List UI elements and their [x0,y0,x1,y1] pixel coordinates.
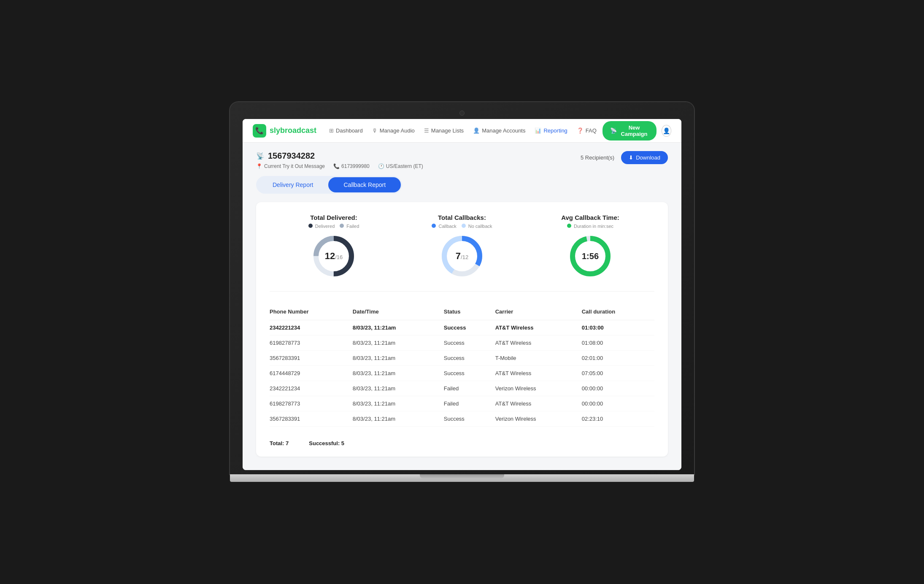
cell-datetime: 8/03/23, 11:21am [353,411,444,427]
cell-datetime: 8/03/23, 11:21am [353,320,444,335]
main-content: 📡 1567934282 📍 Current Try it Out Messag… [243,143,681,470]
col-duration: Call duration [582,305,654,320]
cell-status: Success [444,335,495,351]
duration-dot [567,224,571,228]
download-button[interactable]: ⬇ Download [621,151,668,164]
col-datetime: Date/Time [353,305,444,320]
header-right: 5 Recipient(s) ⬇ Download [581,151,668,164]
download-icon: ⬇ [629,154,633,161]
delivered-legend: Delivered Failed [270,224,398,229]
logo-text: slybroadcast [270,126,316,135]
cell-status: Failed [444,396,495,411]
cell-duration: 07:05:00 [582,366,654,381]
chart-callbacks: Total Callbacks: Callback No callback [398,214,526,279]
failed-dot [340,224,344,228]
cell-phone: 2342221234 [270,381,353,396]
avg-legend: Duration in min:sec [526,224,654,229]
table-head: Phone Number Date/Time Status Carrier Ca… [270,305,654,320]
navigation: 📞 slybroadcast ⊞ Dashboard 🎙 Manage Audi… [243,119,681,143]
nav-item-manage-audio[interactable]: 🎙 Manage Audio [368,125,419,136]
new-campaign-button[interactable]: 📡 New Campaign [602,121,657,141]
new-campaign-label: New Campaign [619,124,649,137]
cell-datetime: 8/03/23, 11:21am [353,381,444,396]
cell-status: Failed [444,381,495,396]
laptop-base [230,474,694,482]
cell-carrier: T-Mobile [495,351,582,366]
download-label: Download [636,154,660,161]
nav-item-label: Reporting [543,127,567,134]
avg-time-donut: 1:56 [567,233,613,279]
screen-bezel: 📞 slybroadcast ⊞ Dashboard 🎙 Manage Audi… [230,102,694,474]
cell-datetime: 8/03/23, 11:21am [353,396,444,411]
cell-carrier: AT&T Wireless [495,335,582,351]
cell-carrier: AT&T Wireless [495,366,582,381]
page-header: 📡 1567934282 📍 Current Try it Out Messag… [256,151,668,169]
dashboard-icon: ⊞ [329,127,334,134]
nav-item-dashboard[interactable]: ⊞ Dashboard [325,125,367,136]
campaign-meta: 📍 Current Try it Out Message 📞 617399998… [256,163,423,169]
table-footer: Total: 7 Successful: 5 [270,435,654,446]
table-row: 3567283391 8/03/23, 11:21am Success T-Mo… [270,351,654,366]
pin-icon: 📍 [256,163,262,169]
cell-carrier: Verizon Wireless [495,411,582,427]
cell-duration: 00:00:00 [582,396,654,411]
nav-item-label: Dashboard [336,127,363,134]
cell-duration: 02:23:10 [582,411,654,427]
avg-time-value: 1:56 [582,251,599,261]
legend-duration: Duration in min:sec [567,224,613,229]
callbacks-title: Total Callbacks: [398,214,526,221]
cell-carrier: Verizon Wireless [495,381,582,396]
phone-meta: 📞 6173999980 [333,163,370,169]
table-row: 3567283391 8/03/23, 11:21am Success Veri… [270,411,654,427]
reporting-icon: 📊 [535,127,541,134]
cell-phone: 6198278773 [270,335,353,351]
audio-icon: 🎙 [372,127,378,134]
delivered-dot [308,224,313,228]
nav-item-label: Manage Audio [380,127,415,134]
clock-icon: 🕐 [378,163,384,169]
cell-status: Success [444,351,495,366]
footer-successful: Successful: 5 [309,440,344,446]
footer-total: Total: 7 [270,440,289,446]
nav-items: ⊞ Dashboard 🎙 Manage Audio ☰ Manage List… [325,125,601,136]
cell-duration: 01:03:00 [582,320,654,335]
legend-failed: Failed [340,224,359,229]
cell-duration: 00:00:00 [582,381,654,396]
campaign-id: 📡 1567934282 [256,151,423,161]
nav-right: 📡 New Campaign 👤 [602,121,671,141]
cell-phone: 6198278773 [270,396,353,411]
cell-phone: 2342221234 [270,320,353,335]
nav-item-label: FAQ [586,127,597,134]
cell-phone: 3567283391 [270,351,353,366]
table-row: 2342221234 8/03/23, 11:21am Failed Veriz… [270,381,654,396]
nav-item-label: Manage Lists [431,127,464,134]
delivered-donut: 12/16 [311,233,357,279]
phone-icon: 📞 [333,163,340,169]
data-table: Phone Number Date/Time Status Carrier Ca… [270,305,654,427]
cell-datetime: 8/03/23, 11:21am [353,351,444,366]
user-avatar[interactable]: 👤 [662,125,671,137]
camera [459,111,465,116]
table-row: 6198278773 8/03/23, 11:21am Failed AT&T … [270,396,654,411]
nav-item-manage-lists[interactable]: ☰ Manage Lists [420,125,468,136]
tab-callback[interactable]: Callback Report [328,177,401,192]
avg-time-title: Avg Callback Time: [526,214,654,221]
table-row: 6198278773 8/03/23, 11:21am Success AT&T… [270,335,654,351]
nav-item-reporting[interactable]: 📊 Reporting [530,125,571,136]
campaign-id-number: 1567934282 [268,151,315,161]
callbacks-donut: 7/12 [439,233,485,279]
tab-delivery[interactable]: Delivery Report [257,177,328,192]
cell-duration: 02:01:00 [582,351,654,366]
legend-no-callback: No callback [462,224,492,229]
cell-status: Success [444,320,495,335]
header-left: 📡 1567934282 📍 Current Try it Out Messag… [256,151,423,169]
chart-avg-time: Avg Callback Time: Duration in min:sec [526,214,654,279]
nav-item-label: Manage Accounts [482,127,525,134]
logo[interactable]: 📞 slybroadcast [253,124,316,138]
legend-delivered: Delivered [308,224,335,229]
laptop-screen: 📞 slybroadcast ⊞ Dashboard 🎙 Manage Audi… [243,119,681,470]
tabs-container: Delivery Report Callback Report [256,176,402,194]
nav-item-manage-accounts[interactable]: 👤 Manage Accounts [469,125,530,136]
new-campaign-icon: 📡 [610,127,617,134]
nav-item-faq[interactable]: ❓ FAQ [573,125,601,136]
